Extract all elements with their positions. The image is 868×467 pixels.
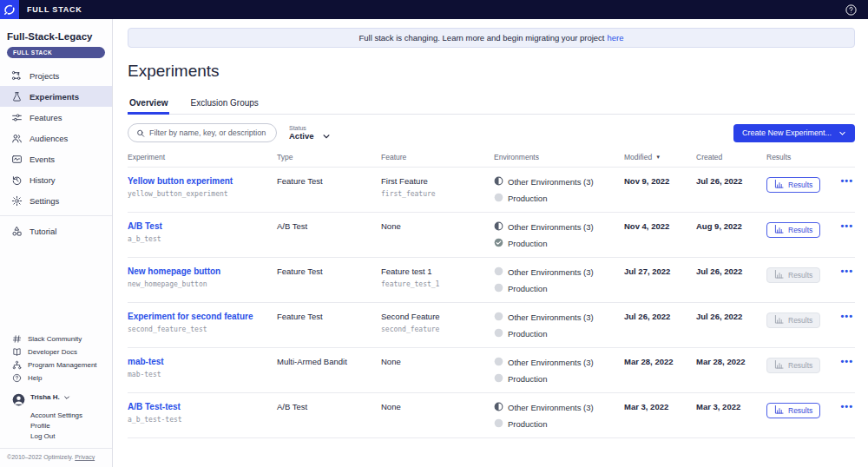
help-icon[interactable] bbox=[845, 3, 858, 16]
feature-cell: Feature test 1 feature_test_1 bbox=[381, 266, 494, 288]
results-button: Results bbox=[766, 267, 820, 283]
user-link-profile[interactable]: Profile bbox=[30, 422, 112, 430]
chart-icon bbox=[774, 315, 784, 326]
env-off-icon bbox=[494, 312, 503, 323]
status-value: Active bbox=[289, 131, 314, 141]
banner-here-link[interactable]: here bbox=[608, 33, 624, 43]
footer-link-program-management[interactable]: Program Management bbox=[0, 358, 112, 372]
feature-key: second_feature bbox=[381, 326, 494, 333]
avatar-icon bbox=[12, 393, 25, 410]
sidebar-item-audiences[interactable]: Audiences bbox=[0, 128, 112, 148]
tab-exclusion-groups[interactable]: Exclusion Groups bbox=[188, 93, 260, 114]
column-header-created[interactable]: Created bbox=[696, 153, 766, 161]
modified-cell: Jul 26, 2022 bbox=[624, 312, 696, 321]
row-menu-button[interactable]: ••• bbox=[832, 266, 855, 275]
experiment-link[interactable]: Yellow button experiment bbox=[128, 176, 277, 186]
sidebar-item-experiments[interactable]: Experiments bbox=[0, 86, 112, 107]
people-icon bbox=[10, 132, 23, 144]
footer-link-help[interactable]: Help bbox=[0, 372, 112, 385]
sidebar-item-features[interactable]: Features bbox=[0, 107, 112, 128]
experiment-cell: New homepage button new_homepage_button bbox=[128, 266, 277, 288]
experiment-link[interactable]: mab-test bbox=[128, 357, 277, 366]
footer-link-developer-docs[interactable]: Developer Docs bbox=[0, 345, 112, 358]
sidebar-item-projects[interactable]: Projects bbox=[0, 65, 112, 86]
create-new-experiment-button[interactable]: Create New Experiment... bbox=[733, 124, 855, 142]
sidebar-item-events[interactable]: Events bbox=[0, 148, 112, 169]
table-row: A/B Test-test a_b_test-test A/B Test Non… bbox=[128, 393, 855, 438]
sidebar-item-history[interactable]: History bbox=[0, 169, 112, 190]
experiment-link[interactable]: A/B Test-test bbox=[128, 402, 277, 411]
results-button[interactable]: Results bbox=[766, 222, 820, 238]
row-menu-button[interactable]: ••• bbox=[832, 221, 855, 230]
results-button[interactable]: Results bbox=[766, 403, 820, 418]
env-off-icon bbox=[494, 266, 503, 278]
row-menu-button[interactable]: ••• bbox=[832, 357, 855, 365]
user-menu[interactable]: Trisha H. bbox=[12, 393, 112, 410]
column-header-environments[interactable]: Environments bbox=[494, 153, 624, 161]
chart-icon bbox=[774, 225, 784, 235]
filter-box[interactable] bbox=[128, 123, 277, 142]
feature-cell: Second Feature second_feature bbox=[381, 312, 494, 333]
modified-cell: Jul 27, 2022 bbox=[624, 266, 696, 276]
experiment-link[interactable]: A/B Test bbox=[128, 221, 277, 231]
privacy-link[interactable]: Privacy bbox=[75, 454, 95, 460]
tab-overview[interactable]: Overview bbox=[128, 93, 169, 114]
user-name[interactable]: Trisha H. bbox=[30, 393, 70, 401]
footer-link-slack-community[interactable]: Slack Community bbox=[0, 332, 112, 345]
gear-icon bbox=[10, 194, 23, 207]
environment-status: Other Environments (3) bbox=[494, 312, 624, 323]
column-header-type[interactable]: Type bbox=[277, 153, 381, 161]
chart-icon bbox=[774, 405, 784, 416]
optimizely-logo-icon[interactable] bbox=[0, 0, 19, 19]
table-row: A/B Test a_b_test A/B Test None Other En… bbox=[128, 213, 855, 258]
sidebar-item-label: Audiences bbox=[30, 134, 68, 143]
experiment-cell: Experiment for second feature second_fea… bbox=[128, 312, 277, 333]
shapes-icon bbox=[10, 225, 23, 237]
sidebar: Full-Stack-Legacy FULL STACK ProjectsExp… bbox=[0, 19, 113, 467]
environment-status: Other Environments (3) bbox=[494, 176, 624, 187]
column-header-modified[interactable]: Modified▼ bbox=[624, 153, 696, 161]
sidebar-item-label: History bbox=[30, 175, 56, 185]
sidebar-item-settings[interactable]: Settings bbox=[0, 190, 112, 211]
experiment-link[interactable]: Experiment for second feature bbox=[128, 312, 277, 321]
toolbar: Status Active Create New Experiment... bbox=[128, 123, 855, 142]
user-block: Trisha H. Account SettingsProfileLog Out bbox=[12, 393, 112, 440]
sidebar-item-label: Projects bbox=[30, 71, 59, 81]
sidebar-item-label: Tutorial bbox=[30, 227, 56, 236]
created-cell: Aug 9, 2022 bbox=[696, 221, 766, 231]
environment-status: Production bbox=[494, 328, 624, 339]
environment-status: Other Environments (3) bbox=[494, 402, 624, 413]
column-header-feature[interactable]: Feature bbox=[381, 153, 494, 161]
sidebar-item-tutorial[interactable]: Tutorial bbox=[0, 220, 112, 241]
sidebar-footer: Slack CommunityDeveloper DocsProgram Man… bbox=[0, 332, 112, 467]
migration-banner: Full stack is changing. Learn more and b… bbox=[128, 28, 855, 48]
tab-bar: OverviewExclusion Groups bbox=[128, 93, 855, 115]
chart-icon bbox=[774, 270, 784, 280]
experiment-cell: A/B Test-test a_b_test-test bbox=[128, 402, 277, 424]
status-dropdown[interactable]: Status Active bbox=[289, 125, 331, 141]
column-header-results[interactable]: Results bbox=[766, 153, 832, 161]
type-cell: Feature Test bbox=[277, 176, 381, 186]
environment-status: Production bbox=[494, 373, 624, 385]
experiment-link[interactable]: New homepage button bbox=[128, 266, 277, 276]
env-off-icon bbox=[494, 373, 503, 385]
row-menu-button[interactable]: ••• bbox=[832, 312, 855, 320]
sidebar-item-label: Features bbox=[30, 113, 62, 122]
user-link-log-out[interactable]: Log Out bbox=[30, 432, 112, 440]
row-menu-button[interactable]: ••• bbox=[832, 402, 855, 411]
experiment-key: second_feature_test bbox=[128, 326, 277, 333]
created-cell: Jul 26, 2022 bbox=[696, 266, 766, 276]
nav-divider bbox=[0, 215, 112, 216]
user-link-account-settings[interactable]: Account Settings bbox=[30, 411, 112, 419]
column-header-experiment[interactable]: Experiment bbox=[128, 153, 277, 161]
row-menu-button[interactable]: ••• bbox=[832, 176, 855, 185]
type-cell: A/B Test bbox=[277, 221, 381, 231]
sidebar-nav: ProjectsExperimentsFeaturesAudiencesEven… bbox=[0, 65, 112, 241]
environments-cell: Other Environments (3)Production bbox=[494, 221, 624, 249]
type-cell: Feature Test bbox=[277, 312, 381, 321]
history-icon bbox=[10, 174, 23, 186]
top-bar: FULL STACK bbox=[0, 0, 868, 19]
project-badge: FULL STACK bbox=[7, 47, 105, 58]
results-button[interactable]: Results bbox=[766, 177, 820, 193]
filter-input[interactable] bbox=[149, 128, 268, 137]
